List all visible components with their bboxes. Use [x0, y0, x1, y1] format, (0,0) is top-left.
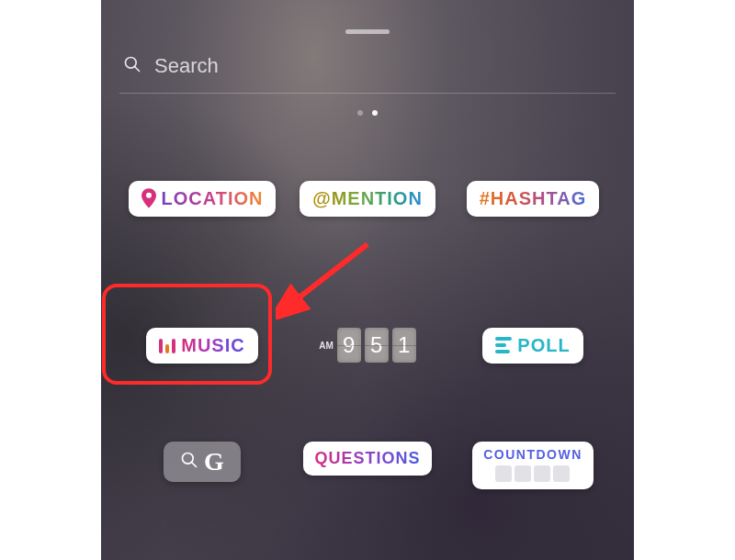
- sticker-grid: LOCATION @MENTION #HASHTAG MUSIC AM: [119, 125, 616, 560]
- poll-label: POLL: [517, 335, 570, 356]
- countdown-label: COUNTDOWN: [483, 447, 582, 462]
- svg-point-2: [146, 193, 152, 198]
- location-label: LOCATION: [162, 188, 264, 209]
- countdown-sticker[interactable]: COUNTDOWN: [472, 442, 594, 489]
- location-sticker[interactable]: LOCATION: [129, 181, 277, 217]
- page-dot-active[interactable]: [372, 110, 378, 116]
- hashtag-sticker[interactable]: #HASHTAG: [467, 181, 600, 217]
- music-label: MUSIC: [181, 335, 244, 356]
- gif-sticker[interactable]: G: [164, 442, 241, 482]
- sheet-grabber[interactable]: [345, 29, 390, 34]
- hashtag-label: #HASHTAG: [480, 188, 587, 209]
- search-icon: [123, 55, 141, 77]
- sticker-tray-sheet: LOCATION @MENTION #HASHTAG MUSIC AM: [101, 17, 634, 560]
- music-sticker[interactable]: MUSIC: [146, 328, 257, 364]
- time-digit: 9: [337, 328, 361, 363]
- countdown-boxes-icon: [495, 465, 570, 482]
- music-bars-icon: [159, 337, 175, 353]
- mention-sticker[interactable]: @MENTION: [300, 181, 435, 217]
- page-indicator: [119, 110, 616, 116]
- questions-sticker[interactable]: QUESTIONS: [303, 442, 431, 476]
- search-row[interactable]: [119, 50, 616, 94]
- poll-bars-icon: [495, 337, 512, 353]
- search-icon: [180, 451, 198, 473]
- canvas: LOCATION @MENTION #HASHTAG MUSIC AM: [0, 0, 735, 560]
- mention-label: @MENTION: [312, 188, 423, 209]
- svg-line-1: [135, 67, 140, 72]
- time-sticker[interactable]: AM 9 5 1: [319, 328, 416, 363]
- phone-frame: LOCATION @MENTION #HASHTAG MUSIC AM: [101, 0, 634, 560]
- search-input[interactable]: [154, 54, 612, 78]
- location-pin-icon: [141, 188, 156, 208]
- poll-sticker[interactable]: POLL: [482, 328, 582, 364]
- svg-line-4: [192, 463, 197, 467]
- questions-label: QUESTIONS: [314, 449, 420, 468]
- time-digit: 1: [392, 328, 416, 363]
- gif-letter: G: [204, 447, 224, 476]
- page-dot[interactable]: [357, 110, 363, 116]
- time-digit: 5: [365, 328, 389, 363]
- time-ampm: AM: [319, 341, 334, 351]
